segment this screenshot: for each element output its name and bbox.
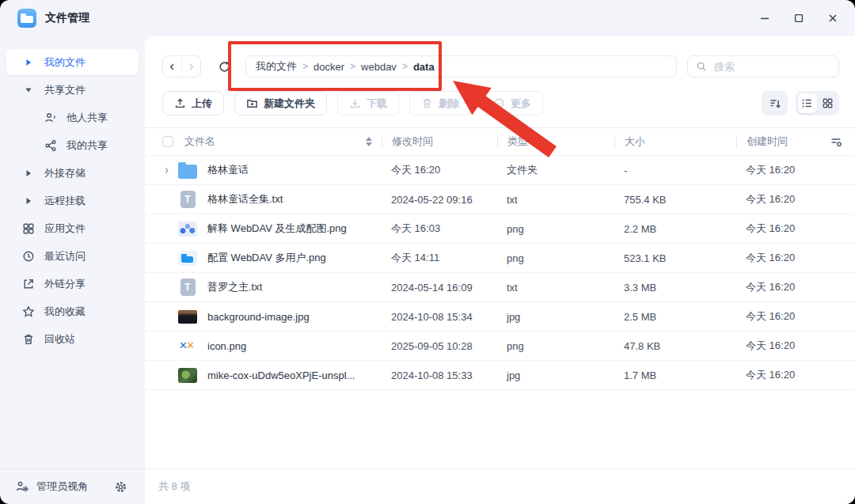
settings-gear-icon[interactable]: [114, 480, 127, 494]
file-size: -: [614, 165, 736, 176]
column-header-modified[interactable]: 修改时间: [382, 135, 497, 148]
sidebar-item-label: 他人共享: [66, 111, 108, 125]
delete-button[interactable]: 删除: [409, 91, 471, 116]
sidebar-item[interactable]: 我的共享: [6, 132, 139, 158]
file-size: 523.1 KB: [614, 252, 736, 264]
list-view-button[interactable]: [798, 93, 817, 113]
table-row[interactable]: mike-cox-uDdw5eoXPjE-unspl... 2024-10-08…: [145, 361, 855, 390]
table-row[interactable]: 解释 WebDAV 及生成配图.png 今天 16:03 png 2.2 MB …: [145, 214, 855, 244]
back-button[interactable]: [163, 56, 182, 77]
file-size: 1.7 MB: [614, 369, 736, 381]
breadcrumb: 我的文件 > docker > webdav > data: [245, 55, 677, 78]
sidebar-nav: 我的文件 共享文件 他人共享 我的共享 外接存储 远程挂载: [0, 36, 145, 354]
admin-view-label[interactable]: 管理员视角: [36, 479, 88, 494]
table-row[interactable]: 格林童话全集.txt 2024-05-22 09:16 txt 755.4 KB…: [145, 185, 855, 214]
more-button[interactable]: 更多: [481, 91, 543, 116]
file-created: 今天 16:20: [736, 280, 815, 294]
sidebar-item[interactable]: 我的文件: [6, 49, 139, 75]
minimize-button[interactable]: [758, 12, 771, 25]
file-created: 今天 16:20: [736, 222, 815, 236]
blue-folder-icon: [178, 165, 197, 179]
search-icon: [696, 61, 707, 72]
share-icon: [44, 139, 57, 152]
clock-icon: [22, 250, 35, 263]
navigation-row: 我的文件 > docker > webdav > data: [162, 55, 839, 78]
sidebar-item[interactable]: 共享文件: [6, 77, 139, 103]
status-bar: 共 8 项: [145, 468, 855, 504]
table-row[interactable]: 普罗之主.txt 2024-05-14 16:09 txt 3.3 MB 今天 …: [145, 273, 855, 302]
sidebar-item-label: 共享文件: [44, 83, 86, 97]
file-type: txt: [497, 194, 614, 206]
external-share-icon: [22, 278, 35, 290]
sidebar-item[interactable]: 外链分享: [6, 271, 139, 297]
table-row[interactable]: icon.png 2025-09-05 10:28 png 47.8 KB 今天…: [145, 332, 855, 361]
table-row[interactable]: 配置 WebDAV 多用户.png 今天 14:11 png 523.1 KB …: [145, 244, 855, 273]
download-button[interactable]: 下载: [337, 91, 399, 116]
column-header-created[interactable]: 创建时间: [736, 135, 815, 148]
column-header-type[interactable]: 类型: [497, 135, 614, 148]
person-icon: [44, 112, 57, 124]
breadcrumb-segment-current[interactable]: data: [413, 61, 435, 73]
table-row[interactable]: background-image.jpg 2024-10-08 15:34 jp…: [145, 302, 855, 332]
expand-icon[interactable]: [162, 166, 175, 175]
app-title: 文件管理: [45, 11, 89, 25]
sidebar-item-label: 我的收藏: [44, 305, 86, 319]
sidebar-item-label: 远程挂载: [44, 194, 86, 208]
file-name: 解释 WebDAV 及生成配图.png: [207, 222, 382, 236]
txt-file-icon: [180, 191, 196, 208]
window-controls: [758, 12, 839, 25]
file-created: 今天 16:20: [736, 251, 815, 265]
sort-button[interactable]: [762, 91, 788, 116]
file-type: png: [497, 223, 614, 235]
sidebar-item[interactable]: 外接存储: [6, 160, 139, 186]
file-created: 今天 16:20: [736, 309, 815, 324]
column-settings-icon[interactable]: [815, 135, 842, 148]
sidebar-item[interactable]: 最近访问: [6, 243, 139, 269]
file-type: png: [497, 252, 614, 264]
folder-plus-icon: [246, 97, 258, 109]
new-folder-button[interactable]: 新建文件夹: [234, 91, 327, 116]
admin-person-icon: [16, 480, 28, 493]
select-all-checkbox[interactable]: [162, 136, 173, 147]
upload-button[interactable]: 上传: [162, 91, 224, 116]
photo-thumbnail-icon: [178, 310, 197, 324]
view-controls: [762, 91, 839, 116]
maximize-button[interactable]: [792, 12, 805, 25]
column-header-size[interactable]: 大小: [614, 135, 736, 148]
png-image-icon: [178, 337, 197, 354]
sidebar-item-label: 外接存储: [44, 166, 86, 180]
file-created: 今天 16:20: [736, 339, 815, 353]
table-row[interactable]: 格林童话 今天 16:20 文件夹 - 今天 16:20: [145, 156, 855, 185]
sidebar-item-label: 我的文件: [44, 55, 86, 70]
file-size: 2.5 MB: [614, 311, 736, 323]
file-type: 文件夹: [497, 163, 614, 177]
refresh-button[interactable]: [213, 55, 235, 78]
breadcrumb-separator: >: [402, 61, 408, 72]
trash-icon: [22, 333, 35, 346]
breadcrumb-separator: >: [302, 61, 308, 72]
sidebar-item[interactable]: 远程挂载: [6, 188, 139, 214]
search-input[interactable]: [712, 60, 830, 74]
column-header-name[interactable]: 文件名: [184, 135, 382, 149]
sidebar-item[interactable]: 应用文件: [6, 215, 139, 241]
file-modified: 2024-10-08 15:34: [382, 311, 497, 323]
sidebar-item[interactable]: 他人共享: [6, 104, 139, 131]
grid-view-button[interactable]: [819, 93, 838, 113]
close-button[interactable]: [826, 12, 839, 25]
sidebar-item-label: 最近访问: [44, 249, 86, 263]
titlebar: 文件管理: [0, 0, 855, 36]
toolbar: 上传 新建文件夹 下载 删除 更多: [162, 91, 839, 116]
photo-thumbnail-icon: [178, 368, 197, 383]
sidebar-footer: 管理员视角: [0, 468, 145, 504]
view-mode-toggle: [796, 91, 839, 116]
breadcrumb-segment[interactable]: docker: [314, 61, 344, 73]
sort-arrows-icon[interactable]: [366, 137, 372, 146]
sidebar-item[interactable]: 回收站: [6, 326, 139, 352]
sidebar-item-label: 我的共享: [66, 138, 108, 153]
sidebar-item[interactable]: 我的收藏: [6, 298, 139, 324]
breadcrumb-segment[interactable]: 我的文件: [256, 59, 297, 74]
search-box: [687, 55, 839, 78]
caret-right-icon: [22, 167, 35, 180]
forward-button[interactable]: [182, 56, 200, 77]
breadcrumb-segment[interactable]: webdav: [361, 61, 397, 73]
